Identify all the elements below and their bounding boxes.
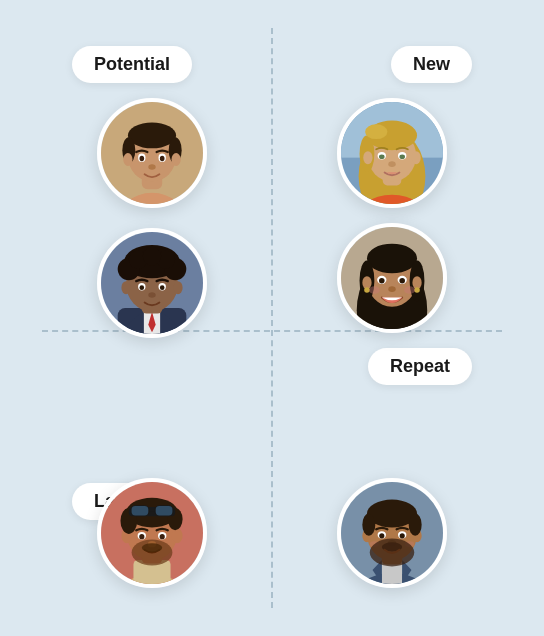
svg-point-68 [404,286,415,293]
svg-point-45 [411,151,420,164]
avatar-new-1 [337,98,447,208]
svg-point-65 [379,278,385,284]
horizontal-divider [42,330,502,332]
svg-point-66 [399,278,405,284]
svg-point-8 [171,153,180,166]
svg-point-76 [171,528,182,543]
svg-point-88 [139,534,144,539]
svg-point-89 [160,534,165,539]
svg-point-43 [365,124,387,139]
svg-point-7 [123,153,132,166]
svg-point-49 [399,154,405,159]
svg-point-50 [388,161,395,167]
potential-text: Potential [94,54,170,74]
svg-rect-85 [156,506,173,515]
svg-point-32 [139,285,144,290]
svg-point-33 [160,285,165,290]
repeat-text: Repeat [390,356,450,376]
svg-point-92 [142,543,162,552]
svg-rect-84 [132,506,149,515]
vertical-divider [271,28,273,608]
svg-point-44 [363,151,372,164]
svg-point-67 [369,286,380,293]
svg-point-28 [121,281,130,294]
svg-point-12 [160,156,165,162]
svg-point-107 [379,533,384,538]
svg-point-13 [148,164,155,170]
svg-point-48 [379,154,385,159]
svg-rect-83 [149,508,155,512]
svg-point-29 [173,281,182,294]
avatar-lapsed-1 [97,478,207,588]
avatar-potential-1 [97,98,207,208]
svg-point-60 [412,276,421,289]
svg-point-11 [139,156,144,162]
avatar-potential-2 [97,228,207,338]
svg-point-108 [400,533,405,538]
svg-point-103 [362,514,375,536]
svg-point-59 [362,276,371,289]
label-repeat: Repeat [368,348,472,385]
label-new: New [391,46,472,83]
quadrant-grid: Potential New Lapsed Repeat [42,28,502,608]
avatar-repeat-2 [337,478,447,588]
svg-point-69 [388,286,395,292]
svg-point-27 [143,247,162,266]
svg-point-56 [367,244,417,274]
svg-point-104 [409,514,422,536]
label-potential: Potential [72,46,192,83]
avatar-repeat-1 [337,223,447,333]
svg-point-34 [148,292,155,298]
new-text: New [413,54,450,74]
svg-point-4 [128,122,176,148]
